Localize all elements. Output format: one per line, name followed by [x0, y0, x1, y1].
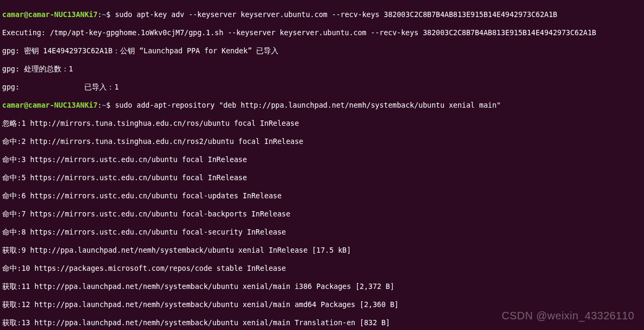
- prompt-path: ~: [102, 10, 106, 19]
- output-line: 命中:3 https://mirrors.ustc.edu.cn/ubuntu …: [2, 155, 642, 164]
- output-line: 获取:12 http://ppa.launchpad.net/nemh/syst…: [2, 300, 642, 309]
- command-2: sudo add-apt-repository "deb http://ppa.…: [110, 101, 501, 109]
- output-line: 获取:9 http://ppa.launchpad.net/nemh/syste…: [2, 246, 642, 255]
- output-line: 命中:6 https://mirrors.ustc.edu.cn/ubuntu …: [2, 191, 642, 200]
- prompt-host: camar-NUC13ANKi7: [28, 10, 98, 19]
- output-line: 忽略:1 http://mirrors.tuna.tsinghua.edu.cn…: [2, 119, 642, 128]
- prompt-colon: :: [98, 10, 102, 19]
- watermark: CSDN @weixin_43326110: [502, 311, 634, 320]
- output-line: gpg: 处理的总数：1: [2, 65, 642, 74]
- output-line: 命中:7 https://mirrors.ustc.edu.cn/ubuntu …: [2, 210, 642, 219]
- output-line: 命中:8 https://mirrors.ustc.edu.cn/ubuntu …: [2, 228, 642, 237]
- output-line: gpg: 已导入：1: [2, 83, 642, 92]
- output-line: 命中:5 https://mirrors.ustc.edu.cn/ubuntu …: [2, 173, 642, 182]
- prompt-at: @: [24, 10, 28, 19]
- prompt-colon: :: [98, 101, 102, 109]
- prompt-user: camar: [2, 101, 24, 109]
- prompt-host: camar-NUC13ANKi7: [28, 101, 98, 109]
- output-line: 命中:10 https://packages.microsoft.com/rep…: [2, 264, 642, 273]
- prompt-line-2: camar@camar-NUC13ANKi7:~$ sudo add-apt-r…: [2, 101, 642, 110]
- output-line: gpg: 密钥 14E4942973C62A1B：公钥 “Launchpad P…: [2, 46, 642, 55]
- prompt-at: @: [24, 101, 28, 109]
- terminal[interactable]: camar@camar-NUC13ANKi7:~$ sudo apt-key a…: [0, 0, 644, 330]
- prompt-line-1: camar@camar-NUC13ANKi7:~$ sudo apt-key a…: [2, 10, 642, 19]
- prompt-user: camar: [2, 10, 24, 19]
- command-1: sudo apt-key adv --keyserver keyserver.u…: [110, 10, 557, 19]
- output-line: Executing: /tmp/apt-key-gpghome.1oWkv0cj…: [2, 28, 642, 37]
- prompt-path: ~: [102, 101, 106, 109]
- output-line: 获取:11 http://ppa.launchpad.net/nemh/syst…: [2, 282, 642, 291]
- output-line: 命中:2 http://mirrors.tuna.tsinghua.edu.cn…: [2, 137, 642, 146]
